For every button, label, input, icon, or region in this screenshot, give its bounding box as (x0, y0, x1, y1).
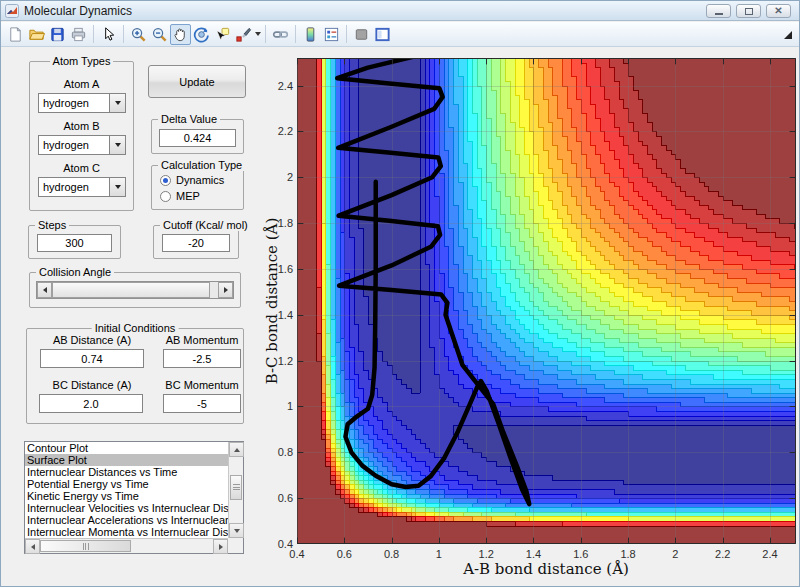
restore-button[interactable] (736, 4, 761, 18)
arrow-down-icon (234, 529, 240, 533)
cutoff-field[interactable]: -20 (162, 234, 230, 252)
list-item[interactable]: Internuclear Distances vs Time (25, 466, 228, 478)
atom-a-dropdown[interactable]: hydrogen (38, 93, 126, 113)
listbox-vscrollbar[interactable] (228, 442, 243, 538)
x-tick-label: 0.6 (337, 548, 352, 560)
list-item[interactable]: Kinetic Energy vs Time (25, 490, 228, 502)
radio-mep-icon[interactable] (160, 191, 171, 202)
toolbar-separator (346, 25, 347, 43)
list-item[interactable]: Internuclear Momenta vs Internuclear Dis… (25, 526, 228, 538)
ab-distance-label: AB Distance (A) (40, 334, 144, 346)
radio-dynamics[interactable]: Dynamics (160, 174, 224, 186)
steps-field[interactable]: 300 (37, 234, 112, 252)
atom-c-dropdown[interactable]: hydrogen (38, 177, 126, 197)
ab-distance-field[interactable]: 0.74 (40, 349, 144, 368)
thumb-grip (231, 476, 241, 499)
slider-right-arrow[interactable] (218, 282, 233, 298)
toolbar-separator (295, 25, 296, 43)
radio-dynamics-icon[interactable] (160, 175, 171, 186)
list-item[interactable]: Potential Energy vs Time (25, 478, 228, 490)
radio-mep[interactable]: MEP (160, 190, 200, 202)
legend-icon (323, 26, 340, 43)
scroll-left-button[interactable] (25, 539, 40, 554)
restore-icon (745, 8, 753, 15)
vscroll-thumb[interactable] (230, 475, 242, 500)
pan-button[interactable] (170, 24, 191, 45)
minimize-button[interactable] (706, 4, 731, 18)
x-tick-label: 2 (672, 548, 678, 560)
bc-distance-field[interactable]: 2.0 (39, 394, 143, 413)
zoom-in-button[interactable] (128, 24, 149, 45)
data-cursor-icon (214, 26, 231, 43)
ab-momentum-field[interactable]: -2.5 (163, 349, 241, 368)
zoom-out-button[interactable] (149, 24, 170, 45)
listbox-items: Contour PlotSurface PlotInternuclear Dis… (25, 442, 228, 538)
atom-a-value: hydrogen (39, 97, 109, 109)
x-tick-label: 1.8 (620, 548, 635, 560)
plot-type-listbox[interactable]: Contour PlotSurface PlotInternuclear Dis… (24, 441, 244, 554)
data-cursor-button[interactable] (212, 24, 233, 45)
scroll-right-button[interactable] (213, 539, 228, 554)
calculation-type-title: Calculation Type (158, 159, 245, 171)
edit-plot-button[interactable] (98, 24, 119, 45)
collision-angle-slider[interactable] (36, 281, 234, 299)
x-tick-label: 2.4 (762, 548, 777, 560)
hscroll-thumb[interactable] (40, 540, 131, 552)
list-item[interactable]: Contour Plot (25, 442, 228, 454)
calculation-type-panel: Calculation Type Dynamics MEP (151, 165, 244, 210)
close-button[interactable]: ✕ (766, 4, 791, 18)
brush-dropdown-icon[interactable] (255, 32, 261, 36)
new-figure-button[interactable] (5, 24, 26, 45)
scroll-down-button[interactable] (229, 523, 244, 538)
update-button[interactable]: Update (148, 65, 246, 98)
contour-plot-canvas[interactable] (297, 58, 796, 544)
atom-a-dropdown-button[interactable] (109, 94, 125, 112)
atom-b-dropdown[interactable]: hydrogen (38, 135, 126, 155)
colorbar-icon (302, 26, 319, 43)
save-figure-button[interactable] (47, 24, 68, 45)
delta-value-title: Delta Value (158, 113, 220, 125)
list-item[interactable]: Internuclear Accelerations vs Internucle… (25, 514, 228, 526)
atom-b-value: hydrogen (39, 139, 109, 151)
atom-c-value: hydrogen (39, 181, 109, 193)
chain-link-icon (272, 26, 289, 43)
chevron-down-icon (115, 143, 121, 147)
insert-colorbar-button[interactable] (300, 24, 321, 45)
rotate-3d-button[interactable] (191, 24, 212, 45)
initial-conditions-panel: Initial Conditions AB Distance (A) AB Mo… (26, 328, 244, 424)
radio-mep-label: MEP (176, 190, 200, 202)
y-tick-label: 0.8 (270, 446, 293, 458)
insert-legend-button[interactable] (321, 24, 342, 45)
cutoff-title: Cutoff (Kcal/ mol) (160, 219, 251, 231)
brush-data-button[interactable] (233, 24, 254, 45)
x-axis-label: A-B bond distance (Å) (463, 560, 629, 578)
scrollbar-corner (228, 538, 243, 553)
toolbar-separator (265, 25, 266, 43)
hide-plot-tools-button[interactable] (351, 24, 372, 45)
print-figure-button[interactable] (68, 24, 89, 45)
scroll-up-button[interactable] (229, 442, 244, 457)
show-plot-tools-button[interactable] (372, 24, 393, 45)
cutoff-panel: Cutoff (Kcal/ mol) -20 (153, 225, 239, 259)
thumb-grip (41, 541, 130, 551)
slider-thumb[interactable] (52, 282, 210, 298)
list-item[interactable]: Internuclear Velocities vs Internuclear … (25, 502, 228, 514)
bc-momentum-field[interactable]: -5 (163, 394, 241, 413)
collision-angle-title: Collision Angle (36, 266, 114, 278)
toolbar-overflow-icon[interactable] (784, 31, 792, 39)
zoom-in-icon (130, 26, 147, 43)
atom-c-dropdown-button[interactable] (109, 178, 125, 196)
title-bar[interactable]: Molecular Dynamics ✕ (1, 1, 799, 21)
list-item[interactable]: Surface Plot (25, 454, 228, 466)
y-tick-label: 0.6 (270, 492, 293, 504)
open-file-button[interactable] (26, 24, 47, 45)
delta-value-field[interactable]: 0.424 (159, 129, 236, 147)
close-icon: ✕ (774, 6, 782, 16)
y-tick-label: 2.4 (270, 80, 293, 92)
slider-left-arrow[interactable] (37, 282, 52, 298)
ab-momentum-label: AB Momentum (163, 334, 241, 346)
atom-b-dropdown-button[interactable] (109, 136, 125, 154)
listbox-hscrollbar[interactable] (25, 538, 228, 553)
link-plots-button[interactable] (270, 24, 291, 45)
initial-conditions-title: Initial Conditions (92, 322, 179, 334)
